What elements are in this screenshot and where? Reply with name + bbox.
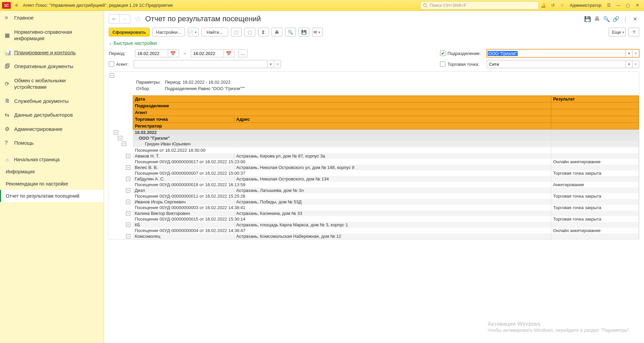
dropdown-icon[interactable]: ▾ — [625, 50, 632, 57]
user-name[interactable]: Администратор — [567, 3, 604, 8]
expand-all-icon[interactable]: ⬚ — [231, 28, 242, 36]
outlet-checkbox[interactable] — [440, 61, 445, 67]
report-area[interactable]: − Параметры:Период: 16.02.2022 - 16.02.2… — [104, 72, 644, 343]
quick-settings-toggle[interactable]: ⌄ Быстрые настройки — [109, 40, 639, 48]
report-row[interactable]: −ООО "Гризли" — [109, 135, 639, 141]
tree-toggle[interactable]: − — [126, 200, 130, 204]
dropdown-icon[interactable]: ▾ — [267, 60, 274, 68]
tree-toggle[interactable]: − — [126, 188, 130, 193]
tree-toggle[interactable]: − — [126, 154, 130, 158]
sidebar-item-6[interactable]: ⇆Данные дистрибьюторов — [0, 108, 104, 122]
report-row[interactable]: Посещение 00УД-00000000018 от 16.02.2022… — [109, 182, 639, 188]
tree-toggle[interactable]: − — [126, 223, 130, 227]
nav-icon: ≡ — [5, 15, 14, 21]
kebab-icon[interactable]: ⋮ — [621, 15, 630, 23]
mail-button[interactable]: ✉▾ — [312, 28, 323, 36]
calendar-icon[interactable]: 📅 — [224, 50, 233, 57]
global-search[interactable]: Поиск Ctrl+Shift+F — [420, 1, 539, 9]
link-icon[interactable]: 🔗 — [612, 15, 620, 23]
report-row[interactable]: −Габдулян А. С.Астрахань, Николая Остров… — [109, 176, 639, 182]
print-button[interactable]: 🖶 — [272, 28, 282, 36]
sidebar-item-1[interactable]: ▦Нормативно-справочная информация — [0, 25, 104, 46]
main-content: ← → ☆ Отчет по результатам посещений 💾 🖶… — [104, 11, 644, 343]
settings-lines-icon[interactable]: ☰ — [604, 1, 614, 9]
history-icon[interactable]: ↺ — [548, 1, 558, 9]
maximize-icon[interactable]: ▢ — [623, 1, 633, 9]
report-row[interactable]: −Калина Виктор ВикторовичАстрахань, Кали… — [109, 210, 639, 216]
back-button[interactable]: ← — [109, 14, 120, 24]
hamburger-icon[interactable]: ≡ — [13, 2, 20, 8]
tree-toggle[interactable]: − — [114, 130, 118, 135]
tree-toggle[interactable]: − — [110, 73, 114, 78]
report-row[interactable]: Посещение 00УД-00000000004 от 16.02.2022… — [109, 228, 639, 233]
forward-button[interactable]: → — [120, 14, 130, 24]
sidebar-item-0[interactable]: ≡Главное — [0, 11, 104, 25]
report-row[interactable]: −Гридин Иван Юрьевич — [109, 141, 639, 147]
date-from-input[interactable]: 📅 — [135, 49, 179, 57]
preview-button[interactable]: 🔍 — [285, 28, 296, 36]
dropdown-icon[interactable]: ▾ — [625, 60, 632, 68]
close-page-icon[interactable]: ✕ — [630, 15, 639, 23]
collapse-all-icon[interactable]: ⬚ — [244, 28, 255, 36]
report-row[interactable]: Посещение 00УД-00000000017 от 16.02.2022… — [109, 159, 639, 165]
tree-toggle[interactable]: − — [122, 142, 126, 146]
report-row[interactable]: Посещение 00УД-00000000007 от 16.02.2022… — [109, 170, 639, 176]
bottom-tab-1[interactable]: Информация — [0, 166, 104, 178]
page-title: Отчет по результатам посещений — [145, 15, 261, 23]
favorite-star-icon[interactable]: ☆ — [134, 14, 142, 24]
report-row[interactable]: Посещение 00УД-00000000003 от 16.02.2022… — [109, 205, 639, 210]
tree-toggle[interactable]: − — [118, 136, 122, 140]
bell-icon[interactable]: 🔔 — [539, 1, 548, 9]
period-picker-button[interactable]: ... — [238, 49, 248, 57]
star-icon[interactable]: ☆ — [558, 1, 567, 9]
sidebar-item-7[interactable]: ⚙Администрирование — [0, 122, 104, 136]
clear-icon[interactable]: × — [632, 60, 639, 68]
sidebar-item-3[interactable]: 🗐Оперативные документы — [0, 59, 104, 74]
help-button[interactable]: ? — [628, 28, 639, 36]
tree-toggle[interactable]: − — [126, 177, 130, 181]
minimize-icon[interactable]: — — [614, 1, 623, 9]
report-row[interactable]: −Иванов Игорь СергеевичАстрахань, Победы… — [109, 199, 639, 205]
report-row[interactable]: −Велес В. В.Астрахань, Николая Островско… — [109, 165, 639, 170]
settings-button[interactable]: Настройки... — [152, 28, 185, 36]
agent-combo[interactable]: ▾ × — [134, 60, 281, 68]
date-to-input[interactable]: 📅 — [191, 49, 235, 57]
report-row[interactable]: −КБАстрахань, площадь Карла Маркса, дом … — [109, 222, 639, 228]
calendar-icon[interactable]: 📅 — [168, 50, 177, 57]
subdivision-combo[interactable]: ООО "Гризли" ▾ × — [487, 49, 639, 57]
tree-toggle[interactable]: − — [126, 165, 130, 170]
svg-line-1 — [426, 6, 428, 7]
agent-checkbox[interactable] — [109, 61, 114, 67]
report-row[interactable]: Посещение 00УД-00000000015 от 16.02.2022… — [109, 216, 639, 222]
clear-icon[interactable]: × — [274, 60, 281, 68]
preview-icon[interactable]: 🔍 — [602, 15, 611, 23]
more-button[interactable]: Еще▾ — [609, 28, 626, 36]
report-row[interactable]: −16.02.2022 — [109, 130, 639, 135]
report-row[interactable]: −ДиэлАстрахань, Латышева, дом № 3л — [109, 188, 639, 193]
print-icon[interactable]: 🖶 — [593, 15, 601, 23]
bottom-tab-0[interactable]: ⌂Начальная страница — [0, 153, 104, 166]
bottom-tab-3[interactable]: Отчет по результатам посещений — [0, 190, 104, 202]
bottom-tab-2[interactable]: Рекомендации по настройке — [0, 178, 104, 190]
report-row[interactable]: −КомсомолецАстрахань, Комсомольская Набе… — [109, 233, 639, 239]
variants-button[interactable]: 📄▾ — [188, 28, 199, 36]
report-row[interactable]: Посещение от 16.02.2022 18:30:00 — [109, 147, 639, 153]
save-icon[interactable]: 💾 — [583, 15, 592, 23]
report-row[interactable]: Посещение 00УД-00000000011 от 16.02.2022… — [109, 193, 639, 199]
sidebar-item-8[interactable]: ?Помощь — [0, 136, 104, 150]
tree-toggle[interactable]: − — [126, 211, 130, 216]
find-button[interactable]: Найти... — [201, 28, 228, 36]
sidebar-item-2[interactable]: 📊Планирование и контроль — [0, 46, 104, 60]
nav-label: Администрирование — [14, 126, 62, 133]
outlet-combo[interactable]: ▾ × — [487, 60, 639, 68]
sidebar-item-4[interactable]: ⟳Обмен с мобильными устройствами — [0, 74, 104, 94]
close-window-icon[interactable]: ✕ — [633, 1, 642, 9]
report-row[interactable]: −Аваков Н. Т.Астрахань, Кирова ул, дом №… — [109, 153, 639, 159]
generate-button[interactable]: Сформировать — [109, 28, 150, 36]
subdivision-checkbox[interactable]: ✔ — [440, 51, 445, 56]
save-button[interactable]: 💾 — [299, 28, 309, 36]
clear-icon[interactable]: × — [632, 50, 639, 57]
tree-toggle[interactable]: − — [126, 234, 130, 238]
sigma-icon[interactable]: Σ — [258, 28, 269, 36]
sidebar-item-5[interactable]: 🗎Служебные документы — [0, 94, 104, 108]
